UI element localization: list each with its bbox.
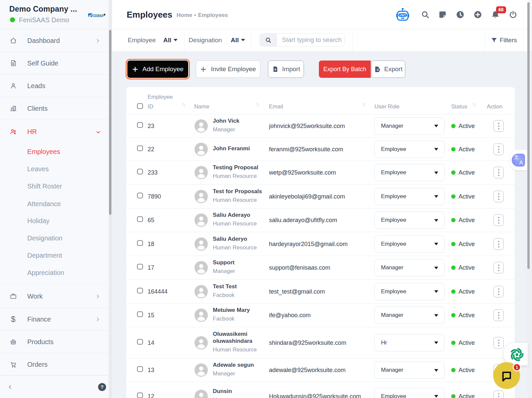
svg-text:SAAS: SAAS bbox=[98, 14, 105, 17]
